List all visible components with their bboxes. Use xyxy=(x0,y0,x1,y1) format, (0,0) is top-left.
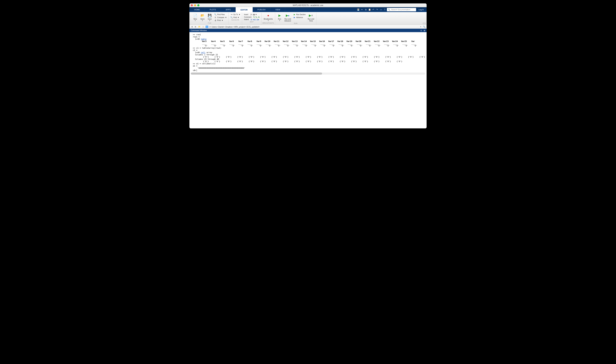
save-workspace-icon[interactable]: 💾 xyxy=(357,8,360,11)
section-edit: Insert ƒx ▦ ▼ Comment % ‰ ⁂ Indent ▤ ◀▤ … xyxy=(242,13,261,25)
comment-button[interactable]: Comment % ‰ ⁂ xyxy=(243,16,260,18)
output-line: Columns 23 through 40 xyxy=(193,58,427,60)
fx-icon[interactable]: ƒx xyxy=(193,69,196,71)
command-window[interactable]: >> row1row1 = 1×40 table Var3 Var4 Var5 … xyxy=(189,32,427,128)
recent-folders-dropdown[interactable]: ▾ xyxy=(419,26,422,28)
save-button[interactable]: 💾Save▼ xyxy=(206,13,213,22)
main-tabstrip: HOME PLOTS APPS EDITOR PUBLISH VIEW 💾 ✂ … xyxy=(189,7,427,12)
address-bar: ◀ ▶ 📁 ⎘ /▸Users▸Daniel▸Dropbox▸HRV_proje… xyxy=(189,25,427,29)
compare-button[interactable]: ⎘Compare ▼ xyxy=(214,16,227,19)
minimize-icon[interactable] xyxy=(194,4,196,6)
breadcrumb-item[interactable]: ECG_updated xyxy=(247,26,259,28)
cut-icon[interactable]: ✂ xyxy=(360,8,363,11)
minimize-toolstrip-button[interactable] xyxy=(423,23,425,24)
section-label-bp: BREAKPOINTS xyxy=(263,22,274,24)
output-line: >> c1 = table2array(row1) xyxy=(193,47,427,49)
prompt-line[interactable]: ƒx>> xyxy=(193,69,427,71)
browse-folder-icon[interactable]: ⎘ xyxy=(202,26,205,28)
goto-button[interactable]: ↪Go To ▼ xyxy=(230,13,241,16)
run-advance-button[interactable]: ▶▶Run and Advance xyxy=(283,13,292,22)
output-line: 1×40 table xyxy=(193,38,427,40)
run-advance-icon: ▶▶ xyxy=(285,13,290,18)
compare-icon: ⎘ xyxy=(214,16,217,19)
search-doc-input[interactable]: 🔍 Search Documentation xyxy=(387,8,416,11)
run-time-icon: ▶⏱ xyxy=(308,13,313,18)
breadcrumb-sep: ▸ xyxy=(210,26,212,28)
new-button[interactable]: 📄New▼ xyxy=(192,13,199,22)
section-run: ▶Run▼ ▶▶Run and Advance ▶Run Section ▶Ad… xyxy=(275,13,316,25)
open-folder-icon: 📂 xyxy=(200,13,205,18)
breakpoint-icon: ● xyxy=(266,13,271,18)
section-label-nav: NAVIGATE xyxy=(231,19,239,21)
tab-publish[interactable]: PUBLISH xyxy=(253,7,270,12)
insert-button[interactable]: Insert ƒx ▦ ▼ xyxy=(243,13,260,16)
breadcrumb-sep: ▸ xyxy=(245,26,247,28)
advance-icon: ▶ xyxy=(293,16,296,19)
search-folder-icon[interactable]: 🔍 xyxy=(423,26,425,28)
save-icon: 💾 xyxy=(207,13,212,18)
tab-view[interactable]: VIEW xyxy=(270,7,285,12)
horizontal-scrollbar[interactable] xyxy=(191,73,425,75)
breadcrumb-item[interactable]: Dropbox xyxy=(225,26,232,28)
paste-icon[interactable]: 📋 xyxy=(368,8,371,11)
find-button[interactable]: 🔍Find ▼ xyxy=(230,16,241,19)
section-label-edit: EDIT xyxy=(250,21,254,23)
insert-fx-icon: ƒx xyxy=(250,13,253,16)
output-line: a1 = xyxy=(193,65,427,67)
section-navigate: ↪Go To ▼ 🔍Find ▼ NAVIGATE xyxy=(229,13,242,25)
layout-icon[interactable]: ▭ xyxy=(379,8,382,11)
cell-link[interactable]: cell xyxy=(201,51,205,54)
run-section-button[interactable]: ▶Run Section xyxy=(293,13,306,16)
tab-home[interactable]: HOME xyxy=(189,7,205,12)
panel-undock-icon[interactable]: ⊞ xyxy=(424,29,425,32)
find-icon: 🔍 xyxy=(230,16,233,19)
login-button[interactable]: Log In xyxy=(417,9,425,11)
output-line: '000000000000000000000000000000000000000… xyxy=(193,67,427,69)
tab-apps[interactable]: APPS xyxy=(221,7,236,12)
undo-icon[interactable]: ↶ xyxy=(372,8,375,11)
find-files-button[interactable]: 🔍Find Files xyxy=(214,13,227,16)
run-button[interactable]: ▶Run▼ xyxy=(276,13,283,22)
forward-button[interactable]: ▶ xyxy=(194,26,197,28)
up-folder-icon[interactable]: 📁 xyxy=(198,26,201,28)
breadcrumb-item[interactable]: Daniel xyxy=(218,26,224,28)
traffic-lights xyxy=(191,4,199,6)
copy-icon[interactable]: ⧉ xyxy=(364,8,367,11)
help-icon[interactable]: ? xyxy=(383,8,386,11)
indent-button[interactable]: Indent ▤ ◀▤ ▤▶ xyxy=(243,18,260,21)
current-folder-icon[interactable] xyxy=(205,26,208,28)
table-link[interactable]: table xyxy=(201,38,206,40)
run-section-icon: ▶ xyxy=(293,13,296,16)
advance-button[interactable]: ▶Advance xyxy=(293,16,306,19)
output-line: Var3 Var4 Var5 Var6 Var7 Var8 Var9 Var10… xyxy=(193,40,427,42)
breadcrumb: /▸Users▸Daniel▸Dropbox▸HRV_project▸ECG_u… xyxy=(209,26,260,28)
output-line: {'0'} {'0'} {'0'} {'0'} {'0'} {'0'} {'0'… xyxy=(193,60,427,63)
close-icon[interactable] xyxy=(191,4,193,6)
panel-actions-icon[interactable]: ⊙ xyxy=(420,29,422,32)
breadcrumb-sep: ▸ xyxy=(258,26,260,28)
titlebar: MATLAB R2017b - academic use xyxy=(189,3,427,7)
run-time-button[interactable]: ▶⏱Run and Time xyxy=(307,13,315,22)
breadcrumb-item[interactable]: HRV_project xyxy=(234,26,245,28)
redo-icon[interactable]: ↷ xyxy=(375,8,379,11)
goto-icon: ↪ xyxy=(230,13,233,16)
tab-plots[interactable]: PLOTS xyxy=(205,7,221,12)
output-line: Columns 1 through 22 xyxy=(193,54,427,56)
scrollbar-thumb[interactable] xyxy=(191,73,322,75)
toolstrip: 📄New▼ 📂Open▼ 💾Save▼ 🔍Find Files ⎘Compare… xyxy=(189,12,427,25)
open-button[interactable]: 📂Open▼ xyxy=(199,13,206,22)
command-window-header: Command Window ⊙ ⊞ xyxy=(189,29,427,32)
section-label-run: RUN xyxy=(294,22,297,24)
section-breakpoints: ●Breakpoints▼ BREAKPOINTS xyxy=(262,13,275,25)
zoom-icon[interactable] xyxy=(197,4,199,6)
cursor xyxy=(197,69,197,71)
output-line: 1×40 cell array xyxy=(193,51,427,54)
print-button[interactable]: 🖨Print ▼ xyxy=(214,19,227,22)
window: MATLAB R2017b - academic use HOME PLOTS … xyxy=(189,3,427,128)
tab-editor[interactable]: EDITOR xyxy=(236,7,253,12)
window-title: MATLAB R2017b - academic use xyxy=(191,4,425,7)
breadcrumb-item[interactable]: Users xyxy=(212,26,217,28)
back-button[interactable]: ◀ xyxy=(191,26,193,28)
new-file-icon: 📄 xyxy=(193,13,198,18)
breakpoints-button[interactable]: ●Breakpoints▼ xyxy=(263,13,274,22)
